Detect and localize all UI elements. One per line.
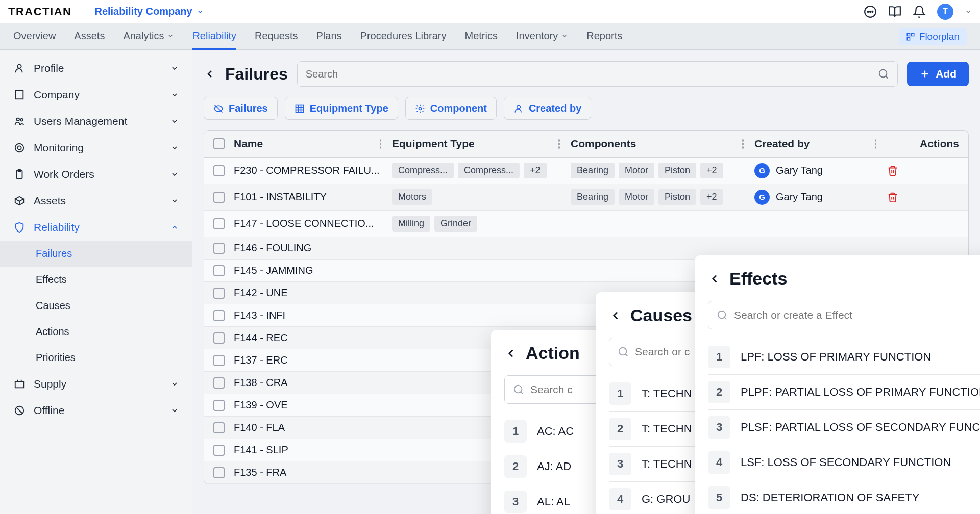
list-item[interactable]: 4LSF: LOSS OF SECONDARY FUNCTION✕ xyxy=(708,445,980,480)
svg-point-3 xyxy=(872,11,873,12)
users-icon xyxy=(13,116,26,127)
row-checkbox[interactable] xyxy=(213,467,225,478)
add-button[interactable]: Add xyxy=(907,62,969,86)
column-menu-icon[interactable]: ⋮ xyxy=(375,138,386,150)
row-checkbox[interactable] xyxy=(213,288,225,299)
filter-label: Created by xyxy=(529,102,581,114)
th-components[interactable]: Components⋮ xyxy=(571,138,754,150)
panel-search[interactable] xyxy=(708,301,980,329)
sidebar-item-label: Monitoring xyxy=(34,142,84,154)
row-checkbox[interactable] xyxy=(213,310,225,321)
column-menu-icon[interactable]: ⋮ xyxy=(870,138,881,150)
row-checkbox[interactable] xyxy=(213,422,225,433)
company-selector[interactable]: Reliability Company xyxy=(94,6,203,17)
row-checkbox[interactable] xyxy=(213,192,225,203)
nav-item-plans[interactable]: Plans xyxy=(316,23,342,50)
column-menu-icon[interactable]: ⋮ xyxy=(738,138,748,150)
item-number: 4 xyxy=(708,451,730,474)
td-actions xyxy=(887,192,959,203)
nav-item-overview[interactable]: Overview xyxy=(13,23,56,50)
sidebar-subitem-priorities[interactable]: Priorities xyxy=(0,345,192,371)
svg-point-37 xyxy=(514,386,522,393)
panel-title: Effects xyxy=(729,269,787,289)
sidebar-subitem-actions[interactable]: Actions xyxy=(0,319,192,345)
item-number: 2 xyxy=(504,455,527,478)
layout: ProfileCompanyUsers ManagementMonitoring… xyxy=(0,50,980,514)
sidebar-item-supply[interactable]: Supply xyxy=(0,371,192,397)
back-icon[interactable] xyxy=(204,68,216,80)
row-checkbox[interactable] xyxy=(213,377,225,389)
list-item[interactable]: 5DS: DETERIORATION OF SAFETY✕ xyxy=(708,480,980,514)
row-checkbox[interactable] xyxy=(213,355,225,366)
nav-item-requests[interactable]: Requests xyxy=(255,23,298,50)
list-item[interactable]: 2PLPF: PARTIAL LOSS OF PRIMARY FUNCTION✕ xyxy=(708,375,980,410)
list-item[interactable]: 1LPF: LOSS OF PRIMARY FUNCTION✕ xyxy=(708,340,980,375)
sidebar-item-users-management[interactable]: Users Management xyxy=(0,108,192,135)
tag: +2 xyxy=(700,163,723,178)
sidebar-item-monitoring[interactable]: Monitoring xyxy=(0,135,192,161)
chevron-down-icon[interactable] xyxy=(965,8,972,15)
column-menu-icon[interactable]: ⋮ xyxy=(554,138,565,150)
sidebar-item-work-orders[interactable]: Work Orders xyxy=(0,161,192,188)
search-input[interactable] xyxy=(306,68,878,80)
book-icon[interactable] xyxy=(888,5,901,18)
table-row[interactable]: F147 - LOOSE CONNECTIO...MillingGrinder xyxy=(204,211,968,237)
sidebar-item-company[interactable]: Company xyxy=(0,82,192,108)
search-icon xyxy=(513,384,524,395)
nav-item-metrics[interactable]: Metrics xyxy=(465,23,498,50)
floorplan-button[interactable]: Floorplan xyxy=(899,28,967,45)
th-name[interactable]: Name⋮ xyxy=(234,138,392,150)
back-icon[interactable] xyxy=(708,272,721,286)
sidebar-subitem-failures[interactable]: Failures xyxy=(0,241,192,267)
nav-item-reports[interactable]: Reports xyxy=(586,23,622,50)
list-item[interactable]: 3PLSF: PARTIAL LOSS OF SECONDARY FUNCTIO… xyxy=(708,410,980,445)
nav-item-inventory[interactable]: Inventory xyxy=(516,23,568,50)
nav-item-reliability[interactable]: Reliability xyxy=(192,23,236,50)
th-createdby[interactable]: Created by⋮ xyxy=(754,138,887,150)
row-checkbox[interactable] xyxy=(213,165,225,176)
avatar[interactable]: T xyxy=(937,4,953,20)
filter-equipment-type[interactable]: Equipment Type xyxy=(285,97,398,120)
sidebar-item-profile[interactable]: Profile xyxy=(0,55,192,82)
chat-icon[interactable] xyxy=(864,5,877,18)
th-equipment[interactable]: Equipment Type⋮ xyxy=(392,138,571,150)
sidebar-subitem-effects[interactable]: Effects xyxy=(0,267,192,293)
sidebar-item-label: Supply xyxy=(34,378,66,390)
filter-failures[interactable]: Failures xyxy=(204,97,278,120)
nav-item-analytics[interactable]: Analytics xyxy=(123,23,174,50)
chevron-down-icon xyxy=(561,32,568,39)
nav-item-procedures-library[interactable]: Procedures Library xyxy=(360,23,447,50)
bell-icon[interactable] xyxy=(913,5,926,18)
row-checkbox[interactable] xyxy=(213,400,225,411)
item-label: PLSF: PARTIAL LOSS OF SECONDARY FUNCTION xyxy=(741,421,980,434)
tag: Compress... xyxy=(458,163,520,178)
sidebar-subitem-causes[interactable]: Causes xyxy=(0,293,192,319)
row-checkbox[interactable] xyxy=(213,332,225,344)
back-icon[interactable] xyxy=(609,309,622,322)
checkbox-all[interactable] xyxy=(213,138,225,149)
td-createdby: GGary Tang xyxy=(754,190,887,205)
back-icon[interactable] xyxy=(504,347,518,360)
sidebar-item-offline[interactable]: Offline xyxy=(0,397,192,424)
row-checkbox[interactable] xyxy=(213,445,225,456)
panel-search-input[interactable] xyxy=(734,309,980,321)
svg-point-1 xyxy=(868,11,869,12)
trash-icon[interactable] xyxy=(887,192,898,203)
sidebar-item-reliability[interactable]: Reliability xyxy=(0,214,192,241)
table-row[interactable]: F101 - INSTABILITYMotorsBearingMotorPist… xyxy=(204,184,968,211)
user-avatar: G xyxy=(754,190,770,205)
table-row[interactable]: F230 - COMPRESSOR FAILU...Compress...Com… xyxy=(204,158,968,184)
filter-created-by[interactable]: Created by xyxy=(504,97,591,120)
trash-icon[interactable] xyxy=(887,165,898,176)
row-checkbox[interactable] xyxy=(213,218,225,229)
row-checkbox[interactable] xyxy=(213,243,225,254)
nav-item-assets[interactable]: Assets xyxy=(74,23,105,50)
svg-point-39 xyxy=(619,348,627,355)
item-number: 3 xyxy=(708,416,730,439)
sidebar-item-assets[interactable]: Assets xyxy=(0,188,192,214)
page-header: Failures Add xyxy=(204,61,969,87)
search-box[interactable] xyxy=(297,61,898,87)
filter-component[interactable]: Component xyxy=(405,97,497,120)
row-checkbox[interactable] xyxy=(213,265,225,276)
supply-icon xyxy=(13,378,26,390)
